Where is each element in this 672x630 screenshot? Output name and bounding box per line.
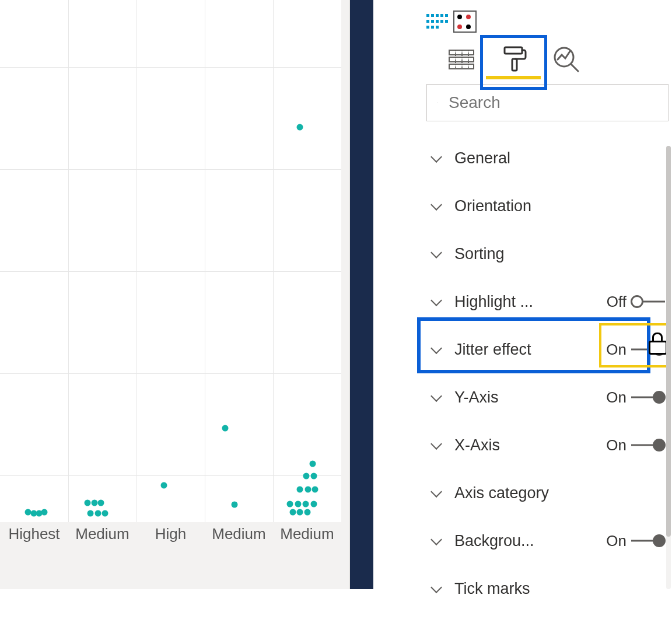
prop-row-general[interactable]: General: [423, 134, 672, 182]
data-point[interactable]: [311, 473, 317, 480]
prop-label: Backgrou...: [454, 532, 606, 550]
data-point[interactable]: [232, 502, 238, 508]
data-point[interactable]: [102, 510, 108, 517]
active-tab-underline: [486, 76, 541, 79]
toggle-state-label: On: [606, 436, 626, 454]
toggle-state-label: On: [606, 388, 626, 407]
data-point[interactable]: [297, 487, 303, 493]
data-point[interactable]: [312, 487, 318, 493]
chevron-down-icon: [430, 247, 443, 260]
format-property-list: GeneralOrientationSortingHighlight ...Of…: [423, 134, 672, 612]
data-point[interactable]: [297, 124, 303, 131]
spacer: [373, 0, 423, 630]
svg-rect-7: [512, 59, 517, 71]
prop-label: Y-Axis: [454, 388, 606, 407]
data-point[interactable]: [41, 509, 48, 516]
prop-row-backgrou[interactable]: Backgrou...On: [423, 517, 672, 565]
gridline: [205, 0, 205, 522]
chevron-down-icon: [430, 534, 443, 547]
panel-tabs: [423, 38, 672, 82]
chevron-down-icon: [430, 200, 443, 212]
gridline: [0, 475, 341, 476]
data-point[interactable]: [88, 510, 94, 517]
data-point[interactable]: [287, 501, 293, 508]
toggle-x-axis[interactable]: [631, 439, 665, 451]
x-axis-label: Medium: [273, 525, 341, 554]
search-icon: [438, 94, 438, 111]
x-axis-label: Medium: [68, 525, 136, 554]
chevron-down-icon: [430, 487, 443, 499]
analytics-tab-icon[interactable]: [548, 41, 585, 78]
prop-row-tick-marks[interactable]: Tick marks: [423, 565, 672, 612]
prop-row-orientation[interactable]: Orientation: [423, 182, 672, 230]
data-point[interactable]: [305, 487, 312, 493]
fields-tab-icon[interactable]: [443, 41, 480, 78]
data-point[interactable]: [98, 500, 104, 506]
prop-row-jitter-effect[interactable]: Jitter effectOn: [423, 326, 672, 373]
prop-label: Sorting: [454, 245, 665, 263]
visual-type-dotplot-icon[interactable]: [453, 10, 477, 33]
scrollbar-thumb[interactable]: [666, 146, 671, 537]
chevron-down-icon: [430, 439, 443, 452]
gridline: [0, 67, 341, 68]
prop-row-x-axis[interactable]: X-AxisOn: [423, 421, 672, 469]
prop-label: Highlight ...: [454, 293, 607, 311]
x-axis-labels: Highest Medium High Medium Medium: [0, 525, 341, 554]
chevron-down-icon: [430, 391, 443, 404]
data-point[interactable]: [311, 501, 317, 508]
chevron-down-icon: [430, 582, 443, 595]
toggle-backgrou[interactable]: [631, 535, 665, 547]
prop-label: X-Axis: [454, 436, 606, 454]
visual-type-matrix-icon[interactable]: [425, 10, 449, 33]
gridline: [0, 271, 341, 272]
data-point[interactable]: [85, 500, 91, 506]
prop-label: General: [454, 149, 665, 167]
format-panel: GeneralOrientationSortingHighlight ...Of…: [423, 0, 672, 630]
gridline: [0, 169, 341, 170]
format-tab-icon[interactable]: [495, 41, 533, 78]
data-point[interactable]: [310, 461, 316, 467]
gridline: [0, 373, 341, 374]
data-point[interactable]: [295, 501, 302, 508]
toggle-y-axis[interactable]: [631, 391, 665, 403]
toggle-state-label: Off: [607, 293, 626, 311]
data-point[interactable]: [290, 509, 296, 516]
prop-label: Axis category: [454, 484, 665, 502]
chevron-down-icon: [430, 343, 443, 356]
toggle-state-label: On: [606, 532, 626, 550]
data-point[interactable]: [161, 482, 167, 489]
toggle-jitter-effect[interactable]: [631, 344, 665, 355]
data-point[interactable]: [304, 509, 311, 516]
pane-divider: [350, 0, 373, 630]
data-point[interactable]: [303, 501, 309, 508]
gridline: [136, 0, 137, 522]
data-point[interactable]: [303, 473, 310, 480]
format-search[interactable]: [426, 84, 668, 121]
data-point[interactable]: [95, 510, 102, 517]
prop-row-highlight[interactable]: Highlight ...Off: [423, 278, 672, 326]
gridline: [273, 0, 274, 522]
dot-plot-visual[interactable]: [0, 0, 341, 522]
svg-line-9: [571, 64, 578, 71]
chevron-down-icon: [430, 152, 443, 164]
svg-rect-6: [505, 47, 522, 54]
visualization-palette-row: [423, 0, 672, 38]
prop-label: Tick marks: [454, 580, 665, 598]
chevron-down-icon: [430, 295, 443, 308]
data-point[interactable]: [92, 500, 98, 506]
x-axis-label: Medium: [205, 525, 273, 554]
format-search-input[interactable]: [449, 93, 657, 112]
prop-label: Orientation: [454, 197, 665, 215]
data-point[interactable]: [222, 425, 229, 432]
prop-label: Jitter effect: [454, 341, 606, 359]
data-point[interactable]: [297, 509, 303, 516]
x-axis-label: High: [136, 525, 205, 554]
prop-row-sorting[interactable]: Sorting: [423, 230, 672, 278]
toggle-state-label: On: [606, 341, 626, 359]
prop-row-axis-category[interactable]: Axis category: [423, 469, 672, 517]
gridline: [68, 0, 69, 522]
x-axis-label: Highest: [0, 525, 68, 554]
toggle-highlight[interactable]: [631, 296, 665, 307]
report-canvas[interactable]: Highest Medium High Medium Medium: [0, 0, 350, 589]
prop-row-y-axis[interactable]: Y-AxisOn: [423, 373, 672, 421]
